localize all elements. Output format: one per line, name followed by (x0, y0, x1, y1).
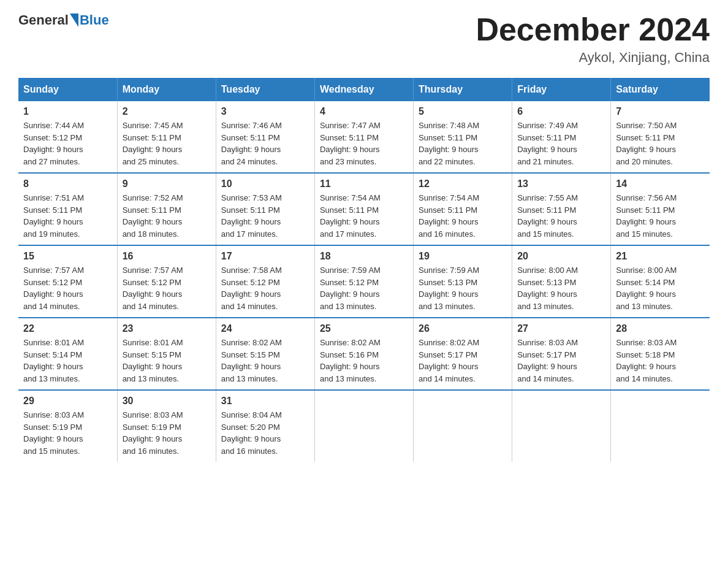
day-number: 10 (221, 178, 309, 190)
calendar-cell: 17Sunrise: 7:58 AMSunset: 5:12 PMDayligh… (216, 245, 314, 318)
calendar-cell: 9Sunrise: 7:52 AMSunset: 5:11 PMDaylight… (117, 173, 216, 245)
weekday-header-monday: Monday (117, 78, 216, 101)
day-number: 8 (23, 178, 112, 190)
weekday-header-saturday: Saturday (611, 78, 710, 101)
weekday-row: SundayMondayTuesdayWednesdayThursdayFrid… (18, 78, 710, 101)
calendar-week-1: 1Sunrise: 7:44 AMSunset: 5:12 PMDaylight… (18, 101, 710, 173)
weekday-header-tuesday: Tuesday (216, 78, 314, 101)
day-number: 4 (320, 106, 408, 117)
logo: General Blue (18, 12, 109, 28)
day-info: Sunrise: 8:03 AMSunset: 5:17 PMDaylight:… (517, 337, 605, 385)
calendar-week-5: 29Sunrise: 8:03 AMSunset: 5:19 PMDayligh… (18, 390, 710, 462)
calendar-cell: 23Sunrise: 8:01 AMSunset: 5:15 PMDayligh… (117, 318, 216, 390)
day-number: 13 (517, 178, 605, 190)
calendar-cell: 16Sunrise: 7:57 AMSunset: 5:12 PMDayligh… (117, 245, 216, 318)
calendar-cell: 21Sunrise: 8:00 AMSunset: 5:14 PMDayligh… (611, 245, 710, 318)
calendar-cell: 20Sunrise: 8:00 AMSunset: 5:13 PMDayligh… (512, 245, 611, 318)
day-info: Sunrise: 7:57 AMSunset: 5:12 PMDaylight:… (23, 264, 112, 312)
day-info: Sunrise: 7:54 AMSunset: 5:11 PMDaylight:… (419, 192, 507, 240)
calendar-cell: 28Sunrise: 8:03 AMSunset: 5:18 PMDayligh… (611, 318, 710, 390)
day-info: Sunrise: 8:03 AMSunset: 5:18 PMDaylight:… (616, 337, 705, 385)
logo-blue-text: Blue (80, 12, 109, 28)
day-info: Sunrise: 8:03 AMSunset: 5:19 PMDaylight:… (23, 409, 112, 457)
calendar-cell: 5Sunrise: 7:48 AMSunset: 5:11 PMDaylight… (414, 101, 512, 173)
calendar-body: 1Sunrise: 7:44 AMSunset: 5:12 PMDaylight… (18, 101, 710, 462)
day-info: Sunrise: 8:04 AMSunset: 5:20 PMDaylight:… (221, 409, 309, 457)
day-number: 16 (123, 251, 211, 262)
day-number: 27 (517, 323, 605, 334)
day-info: Sunrise: 7:52 AMSunset: 5:11 PMDaylight:… (123, 192, 211, 240)
calendar-cell: 26Sunrise: 8:02 AMSunset: 5:17 PMDayligh… (414, 318, 512, 390)
day-number: 12 (419, 178, 507, 190)
day-info: Sunrise: 7:57 AMSunset: 5:12 PMDaylight:… (123, 264, 211, 312)
calendar-cell: 31Sunrise: 8:04 AMSunset: 5:20 PMDayligh… (216, 390, 314, 462)
calendar-header: SundayMondayTuesdayWednesdayThursdayFrid… (18, 78, 710, 101)
calendar-cell: 10Sunrise: 7:53 AMSunset: 5:11 PMDayligh… (216, 173, 314, 245)
month-title: December 2024 (476, 12, 710, 47)
day-number: 15 (23, 251, 112, 262)
day-number: 23 (123, 323, 211, 334)
day-info: Sunrise: 7:50 AMSunset: 5:11 PMDaylight:… (616, 120, 705, 167)
calendar-table: SundayMondayTuesdayWednesdayThursdayFrid… (18, 78, 710, 462)
calendar-cell: 29Sunrise: 8:03 AMSunset: 5:19 PMDayligh… (18, 390, 117, 462)
location-text: Aykol, Xinjiang, China (476, 50, 710, 66)
day-number: 31 (221, 396, 309, 407)
day-number: 11 (320, 178, 408, 190)
day-info: Sunrise: 7:58 AMSunset: 5:12 PMDaylight:… (221, 264, 309, 312)
day-info: Sunrise: 8:00 AMSunset: 5:14 PMDaylight:… (616, 264, 705, 312)
day-info: Sunrise: 7:48 AMSunset: 5:11 PMDaylight:… (419, 120, 507, 167)
day-info: Sunrise: 8:01 AMSunset: 5:14 PMDaylight:… (23, 337, 112, 385)
day-info: Sunrise: 7:44 AMSunset: 5:12 PMDaylight:… (23, 120, 112, 167)
calendar-cell (314, 390, 413, 462)
day-info: Sunrise: 7:56 AMSunset: 5:11 PMDaylight:… (616, 192, 705, 240)
day-info: Sunrise: 8:02 AMSunset: 5:15 PMDaylight:… (221, 337, 309, 385)
day-info: Sunrise: 7:53 AMSunset: 5:11 PMDaylight:… (221, 192, 309, 240)
day-number: 5 (419, 106, 507, 117)
day-info: Sunrise: 8:03 AMSunset: 5:19 PMDaylight:… (123, 409, 211, 457)
day-number: 17 (221, 251, 309, 262)
day-number: 25 (320, 323, 408, 334)
day-number: 9 (123, 178, 211, 190)
calendar-cell: 25Sunrise: 8:02 AMSunset: 5:16 PMDayligh… (314, 318, 413, 390)
logo-arrow-icon (70, 13, 78, 27)
day-info: Sunrise: 8:01 AMSunset: 5:15 PMDaylight:… (123, 337, 211, 385)
day-info: Sunrise: 7:59 AMSunset: 5:13 PMDaylight:… (419, 264, 507, 312)
calendar-cell: 3Sunrise: 7:46 AMSunset: 5:11 PMDaylight… (216, 101, 314, 173)
calendar-cell: 8Sunrise: 7:51 AMSunset: 5:11 PMDaylight… (18, 173, 117, 245)
calendar-cell: 11Sunrise: 7:54 AMSunset: 5:11 PMDayligh… (314, 173, 413, 245)
weekday-header-thursday: Thursday (414, 78, 512, 101)
day-number: 1 (23, 106, 112, 117)
calendar-cell (414, 390, 512, 462)
day-number: 20 (517, 251, 605, 262)
day-number: 18 (320, 251, 408, 262)
day-info: Sunrise: 8:00 AMSunset: 5:13 PMDaylight:… (517, 264, 605, 312)
calendar-cell: 1Sunrise: 7:44 AMSunset: 5:12 PMDaylight… (18, 101, 117, 173)
weekday-header-sunday: Sunday (18, 78, 117, 101)
day-number: 29 (23, 396, 112, 407)
weekday-header-wednesday: Wednesday (314, 78, 413, 101)
logo-general-text: General (18, 12, 69, 28)
day-info: Sunrise: 7:49 AMSunset: 5:11 PMDaylight:… (517, 120, 605, 167)
day-number: 24 (221, 323, 309, 334)
day-info: Sunrise: 7:51 AMSunset: 5:11 PMDaylight:… (23, 192, 112, 240)
day-info: Sunrise: 7:47 AMSunset: 5:11 PMDaylight:… (320, 120, 408, 167)
day-number: 22 (23, 323, 112, 334)
calendar-cell: 6Sunrise: 7:49 AMSunset: 5:11 PMDaylight… (512, 101, 611, 173)
calendar-cell: 12Sunrise: 7:54 AMSunset: 5:11 PMDayligh… (414, 173, 512, 245)
calendar-week-2: 8Sunrise: 7:51 AMSunset: 5:11 PMDaylight… (18, 173, 710, 245)
calendar-cell: 15Sunrise: 7:57 AMSunset: 5:12 PMDayligh… (18, 245, 117, 318)
page-header: General Blue December 2024 Aykol, Xinjia… (18, 12, 710, 66)
calendar-cell: 19Sunrise: 7:59 AMSunset: 5:13 PMDayligh… (414, 245, 512, 318)
day-number: 30 (123, 396, 211, 407)
calendar-week-4: 22Sunrise: 8:01 AMSunset: 5:14 PMDayligh… (18, 318, 710, 390)
calendar-cell: 14Sunrise: 7:56 AMSunset: 5:11 PMDayligh… (611, 173, 710, 245)
calendar-cell (512, 390, 611, 462)
day-info: Sunrise: 7:59 AMSunset: 5:12 PMDaylight:… (320, 264, 408, 312)
title-block: December 2024 Aykol, Xinjiang, China (476, 12, 710, 66)
day-info: Sunrise: 8:02 AMSunset: 5:16 PMDaylight:… (320, 337, 408, 385)
calendar-cell (611, 390, 710, 462)
day-number: 6 (517, 106, 605, 117)
day-number: 14 (616, 178, 705, 190)
day-number: 21 (616, 251, 705, 262)
calendar-cell: 24Sunrise: 8:02 AMSunset: 5:15 PMDayligh… (216, 318, 314, 390)
